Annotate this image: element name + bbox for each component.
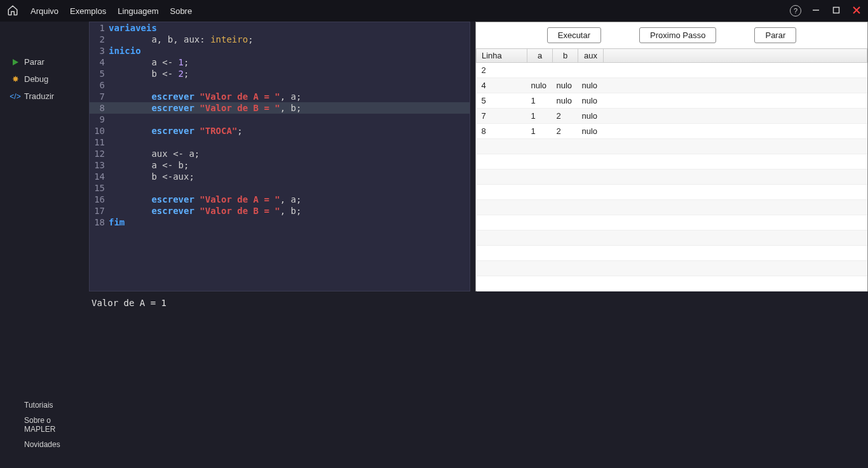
table-cell [578, 154, 604, 170]
code-line[interactable]: 9 [90, 114, 470, 125]
line-content: b <-aux; [109, 171, 470, 182]
line-content: a <- 1; [109, 57, 470, 68]
code-line[interactable]: 6 [90, 79, 470, 91]
code-line[interactable]: 16 escrever "Valor de A = ", a; [90, 194, 470, 205]
table-cell [578, 231, 604, 246]
link-novidades[interactable]: Novidades [24, 440, 83, 449]
parar-button[interactable]: Parar [754, 27, 796, 43]
line-content: escrever "Valor de A = ", a; [109, 194, 470, 205]
table-cell [527, 261, 553, 276]
table-cell: nulo [553, 93, 578, 109]
table-cell [527, 215, 553, 231]
table-cell [604, 170, 867, 185]
table-cell [527, 170, 553, 185]
code-line[interactable]: 1variaveis [90, 22, 470, 34]
maximize-button[interactable] [827, 2, 845, 20]
table-cell [527, 246, 553, 261]
table-row [477, 139, 867, 154]
table-cell: nulo [578, 109, 604, 124]
table-cell [578, 276, 604, 291]
code-line[interactable]: 17 escrever "Valor de B = ", b; [90, 205, 470, 217]
code-line[interactable]: 14 b <-aux; [90, 171, 470, 182]
col-header-a[interactable]: a [527, 49, 553, 63]
menu-exemplos[interactable]: Exemplos [70, 6, 106, 16]
debug-pane: Executar Proximo Passo Parar Linha a b a… [475, 22, 868, 291]
table-cell [477, 246, 527, 261]
svg-rect-1 [834, 8, 839, 13]
table-cell [578, 139, 604, 154]
table-cell [604, 261, 867, 276]
code-line[interactable]: 13 a <- b; [90, 159, 470, 171]
table-row[interactable]: 712nulo [477, 109, 867, 124]
table-cell: 1 [527, 93, 553, 109]
line-content: a, b, aux: inteiro; [109, 34, 470, 45]
code-line[interactable]: 5 b <- 2; [90, 68, 470, 79]
col-header-b[interactable]: b [553, 49, 578, 63]
table-cell: nulo [578, 78, 604, 93]
menu-arquivo[interactable]: Arquivo [31, 6, 58, 16]
table-row[interactable]: 2 [477, 63, 867, 78]
link-sobre-mapler[interactable]: Sobre o MAPLER [24, 416, 83, 434]
code-line[interactable]: 2 a, b, aux: inteiro; [90, 34, 470, 45]
table-cell [477, 200, 527, 215]
col-header-aux[interactable]: aux [578, 49, 604, 63]
sidebar-item-debug[interactable]: ✸ Debug [0, 70, 89, 88]
line-number: 7 [90, 91, 109, 102]
sidebar-item-traduzir[interactable]: </> Traduzir [0, 88, 89, 105]
code-line[interactable]: 18fim [90, 217, 470, 228]
executar-button[interactable]: Executar [547, 27, 601, 43]
close-icon [853, 6, 860, 16]
proximo-passo-button[interactable]: Proximo Passo [639, 27, 716, 43]
code-line[interactable]: 11 [90, 137, 470, 148]
code-line[interactable]: 7 escrever "Valor de A = ", a; [90, 91, 470, 102]
debug-toolbar: Executar Proximo Passo Parar [476, 22, 867, 48]
link-tutoriais[interactable]: Tutoriais [24, 401, 83, 410]
table-cell [477, 215, 527, 231]
table-cell [604, 124, 867, 139]
line-content: aux <- a; [109, 148, 470, 159]
code-editor[interactable]: 1variaveis2 a, b, aux: inteiro;3inicio4 … [89, 22, 470, 291]
minimize-icon [812, 6, 820, 16]
workspace: 1variaveis2 a, b, aux: inteiro;3inicio4 … [89, 22, 868, 468]
minimize-button[interactable] [807, 2, 825, 20]
line-number: 16 [90, 194, 109, 205]
table-row [477, 276, 867, 291]
table-cell [553, 215, 578, 231]
table-cell: 1 [527, 124, 553, 139]
table-row[interactable]: 51nulonulo [477, 93, 867, 109]
home-button[interactable] [3, 0, 23, 22]
close-button[interactable] [848, 2, 865, 20]
table-cell [553, 261, 578, 276]
table-cell [604, 109, 867, 124]
table-cell [477, 231, 527, 246]
table-cell [604, 276, 867, 291]
table-cell: nulo [578, 124, 604, 139]
table-cell [578, 200, 604, 215]
table-cell [553, 231, 578, 246]
menu-linguagem[interactable]: Linguagem [118, 6, 158, 16]
table-cell [527, 185, 553, 200]
table-row[interactable]: 812nulo [477, 124, 867, 139]
table-row[interactable]: 4nulonulonulo [477, 78, 867, 93]
output-console[interactable]: Valor de A = 1 [89, 291, 868, 468]
sidebar: Parar ✸ Debug </> Traduzir Tutoriais Sob… [0, 22, 89, 468]
code-line[interactable]: 10 escrever "TROCA"; [90, 125, 470, 137]
line-content [109, 137, 470, 148]
table-row [477, 185, 867, 200]
code-line[interactable]: 8 escrever "Valor de B = ", b; [90, 102, 470, 114]
line-content [109, 182, 470, 194]
help-button[interactable]: ? [787, 2, 804, 20]
line-content [109, 79, 470, 91]
line-number: 8 [90, 102, 109, 114]
code-line[interactable]: 12 aux <- a; [90, 148, 470, 159]
table-row [477, 200, 867, 215]
sidebar-item-parar[interactable]: Parar [0, 53, 89, 70]
code-line[interactable]: 4 a <- 1; [90, 57, 470, 68]
line-content: b <- 2; [109, 68, 470, 79]
menu-sobre[interactable]: Sobre [170, 6, 192, 16]
table-row [477, 215, 867, 231]
code-line[interactable]: 3inicio [90, 45, 470, 57]
col-header-linha[interactable]: Linha [477, 49, 527, 63]
col-header-empty [604, 49, 867, 63]
code-line[interactable]: 15 [90, 182, 470, 194]
